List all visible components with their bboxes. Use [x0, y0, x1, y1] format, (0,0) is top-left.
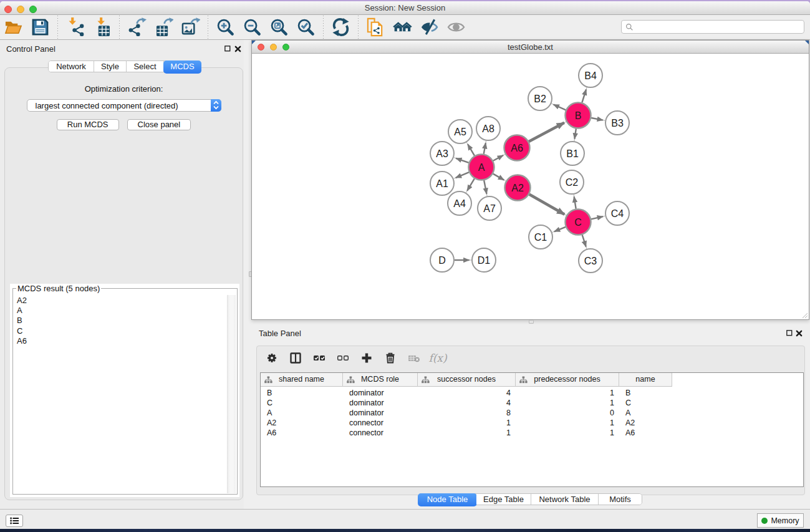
zoom-fit-button[interactable] — [266, 16, 292, 39]
float-table-panel-icon[interactable] — [786, 330, 793, 336]
tab-style[interactable]: Style — [94, 61, 127, 72]
edge-A2-C[interactable] — [529, 195, 565, 215]
column-header-shared-name[interactable]: shared name — [261, 373, 343, 387]
table-mode-button[interactable] — [260, 349, 284, 367]
edge-C-C3[interactable] — [582, 235, 586, 246]
network-canvas[interactable]: B4B2BB3A5A8A6A3B1AC2A1A2A4A7C4CC1C3DD1 — [252, 54, 809, 319]
cell-shared-name[interactable]: C — [261, 398, 343, 408]
node-A4[interactable]: A4 — [448, 191, 471, 215]
result-item-a2[interactable]: A2 — [14, 296, 227, 306]
cell-name[interactable]: A6 — [619, 428, 672, 438]
result-item-a6[interactable]: A6 — [14, 336, 227, 346]
cell-shared-name[interactable]: A6 — [261, 428, 343, 438]
cell-MCDS-role[interactable]: connector — [343, 418, 418, 428]
zoom-in-button[interactable] — [212, 16, 239, 39]
node-A1[interactable]: A1 — [430, 172, 454, 195]
search-field[interactable] — [621, 20, 804, 34]
cell-MCDS-role[interactable]: dominator — [343, 388, 418, 398]
cell-successor-nodes[interactable]: 4 — [418, 398, 516, 408]
node-C[interactable]: C — [566, 210, 591, 235]
cell-predecessor-nodes[interactable]: 0 — [516, 408, 619, 418]
edge-A-A7[interactable] — [484, 180, 486, 194]
table-row-c[interactable]: Cdominator41C — [261, 398, 803, 408]
table-tab-edge-table[interactable]: Edge Table — [476, 494, 531, 505]
cell-predecessor-nodes[interactable]: 1 — [516, 388, 619, 398]
cell-MCDS-role[interactable]: dominator — [343, 398, 418, 408]
import-network-button[interactable] — [62, 16, 89, 39]
resize-grip-icon[interactable] — [801, 311, 808, 319]
open-session-button[interactable] — [0, 16, 27, 39]
zoom-selected-button[interactable] — [292, 16, 319, 39]
run-mcds-button[interactable]: Run MCDS — [57, 119, 119, 130]
search-input[interactable] — [634, 22, 804, 31]
result-item-a[interactable]: A — [14, 306, 227, 316]
cell-name[interactable]: A2 — [619, 418, 672, 428]
node-B[interactable]: B — [566, 103, 591, 128]
cell-name[interactable]: A — [619, 408, 672, 418]
edge-A-A8[interactable] — [484, 143, 486, 154]
edge-B-B1[interactable] — [574, 128, 576, 138]
show-all-views-button[interactable] — [389, 16, 416, 39]
node-C4[interactable]: C4 — [605, 201, 629, 225]
tab-select[interactable]: Select — [127, 61, 164, 72]
node-C2[interactable]: C2 — [560, 170, 584, 194]
table-tab-network-table[interactable]: Network Table — [531, 494, 599, 505]
task-history-button[interactable] — [6, 515, 23, 527]
show-columns-button[interactable] — [307, 349, 331, 367]
cell-MCDS-role[interactable]: dominator — [343, 408, 418, 418]
edge-A-A4[interactable] — [467, 178, 475, 190]
result-scrollbar[interactable] — [227, 295, 236, 493]
table-tab-node-table[interactable]: Node Table — [418, 493, 477, 506]
result-item-c[interactable]: C — [14, 326, 227, 336]
float-panel-icon[interactable] — [224, 46, 231, 52]
cell-shared-name[interactable]: B — [261, 388, 343, 398]
edge-A-A2[interactable] — [493, 174, 504, 180]
horizontal-splitter-handle[interactable] — [529, 320, 534, 324]
node-A6[interactable]: A6 — [504, 135, 530, 161]
node-D1[interactable]: D1 — [472, 248, 496, 272]
node-A3[interactable]: A3 — [430, 142, 454, 165]
node-A7[interactable]: A7 — [478, 196, 501, 220]
table-row-a6[interactable]: A6connector11A6 — [261, 428, 803, 438]
cell-successor-nodes[interactable]: 1 — [418, 418, 516, 428]
delete-column-button[interactable] — [378, 349, 402, 367]
node-B3[interactable]: B3 — [605, 111, 629, 135]
node-D[interactable]: D — [430, 248, 454, 272]
edge-B-B3[interactable] — [591, 118, 603, 120]
hide-view-button[interactable] — [416, 16, 443, 39]
node-C3[interactable]: C3 — [579, 249, 602, 273]
edge-A-A3[interactable] — [456, 158, 469, 163]
node-A2[interactable]: A2 — [505, 175, 531, 201]
duplicate-network-button[interactable] — [362, 16, 389, 39]
apply-layout-button[interactable] — [327, 16, 354, 39]
table-row-a2[interactable]: A2connector11A2 — [261, 418, 803, 428]
node-B2[interactable]: B2 — [528, 87, 552, 110]
close-panel-button[interactable]: Close panel — [127, 119, 191, 130]
table-row-b[interactable]: Bdominator41B — [261, 388, 803, 398]
cell-MCDS-role[interactable]: connector — [343, 428, 418, 438]
hide-columns-button[interactable] — [331, 349, 355, 367]
close-table-panel-icon[interactable] — [796, 330, 803, 337]
edge-C-C4[interactable] — [591, 216, 603, 219]
memory-button[interactable]: Memory — [757, 513, 804, 528]
east-panel-grab-icon[interactable] — [805, 41, 809, 44]
cell-name[interactable]: B — [619, 388, 672, 398]
cell-predecessor-nodes[interactable]: 1 — [516, 428, 619, 438]
cell-name[interactable]: C — [619, 398, 672, 408]
table-tab-motifs[interactable]: Motifs — [599, 494, 642, 505]
edge-B-B4[interactable] — [582, 89, 586, 102]
column-header-successor-nodes[interactable]: successor nodes — [418, 373, 516, 387]
cell-shared-name[interactable]: A2 — [261, 418, 343, 428]
node-A8[interactable]: A8 — [476, 117, 500, 140]
edge-C-C2[interactable] — [574, 196, 576, 209]
create-column-button[interactable] — [355, 349, 378, 367]
cell-successor-nodes[interactable]: 1 — [418, 428, 516, 438]
node-A[interactable]: A — [469, 155, 494, 180]
criterion-dropdown[interactable]: largest connected component (directed) — [27, 99, 221, 112]
table-row-a[interactable]: Adominator80A — [261, 408, 803, 418]
export-network-button[interactable] — [123, 16, 150, 39]
column-header-name[interactable]: name — [619, 373, 672, 387]
cell-shared-name[interactable]: A — [261, 408, 343, 418]
node-B4[interactable]: B4 — [579, 64, 602, 87]
west-panel-grab-icon[interactable] — [252, 41, 256, 44]
